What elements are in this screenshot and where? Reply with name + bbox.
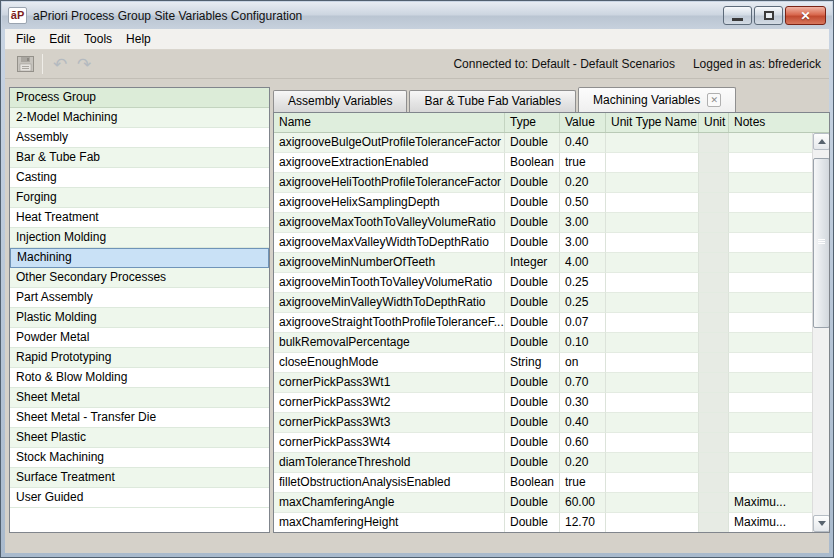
cell-type[interactable]: Double: [505, 493, 560, 513]
cell-type[interactable]: Double: [505, 373, 560, 393]
cell-unit-type-name[interactable]: [606, 333, 699, 353]
cell-type[interactable]: Boolean: [505, 473, 560, 493]
column-header-type[interactable]: Type: [505, 113, 560, 132]
cell-unit-type-name[interactable]: [606, 453, 699, 473]
cell-value[interactable]: 0.30: [560, 393, 606, 413]
cell-type[interactable]: Double: [505, 133, 560, 153]
table-row[interactable]: axigrooveMinValleyWidthToDepthRatioDoubl…: [274, 293, 829, 313]
tab-close-icon[interactable]: ✕: [707, 93, 721, 107]
process-group-item[interactable]: Surface Treatment: [10, 468, 269, 488]
process-group-item[interactable]: Injection Molding: [10, 228, 269, 248]
cell-unit[interactable]: [699, 213, 729, 233]
cell-value[interactable]: 0.20: [560, 173, 606, 193]
cell-unit-type-name[interactable]: [606, 153, 699, 173]
cell-unit-type-name[interactable]: [606, 493, 699, 513]
cell-unit-type-name[interactable]: [606, 213, 699, 233]
cell-unit-type-name[interactable]: [606, 293, 699, 313]
process-group-item[interactable]: Heat Treatment: [10, 208, 269, 228]
tab-assembly-variables[interactable]: Assembly Variables: [273, 90, 407, 112]
cell-value[interactable]: 12.70: [560, 513, 606, 533]
menu-file[interactable]: File: [9, 30, 42, 48]
cell-value[interactable]: 0.25: [560, 293, 606, 313]
cell-value[interactable]: 4.00: [560, 253, 606, 273]
cell-type[interactable]: Double: [505, 393, 560, 413]
table-row[interactable]: axigrooveBulgeOutProfileToleranceFactorD…: [274, 133, 829, 153]
cell-unit[interactable]: [699, 273, 729, 293]
cell-type[interactable]: Double: [505, 333, 560, 353]
cell-unit-type-name[interactable]: [606, 233, 699, 253]
cell-unit-type-name[interactable]: [606, 413, 699, 433]
column-header-name[interactable]: Name: [274, 113, 505, 132]
cell-unit-type-name[interactable]: [606, 473, 699, 493]
process-group-item[interactable]: Casting: [10, 168, 269, 188]
process-group-item[interactable]: User Guided: [10, 488, 269, 508]
cell-name[interactable]: closeEnoughMode: [274, 353, 505, 373]
cell-name[interactable]: cornerPickPass3Wt2: [274, 393, 505, 413]
cell-value[interactable]: 60.00: [560, 493, 606, 513]
process-group-item[interactable]: Forging: [10, 188, 269, 208]
cell-name[interactable]: axigrooveMinNumberOfTeeth: [274, 253, 505, 273]
cell-type[interactable]: Double: [505, 293, 560, 313]
close-button[interactable]: ✕: [785, 6, 826, 25]
cell-unit-type-name[interactable]: [606, 173, 699, 193]
cell-name[interactable]: axigrooveStraightToothProfileToleranceF.…: [274, 313, 505, 333]
cell-name[interactable]: cornerPickPass3Wt3: [274, 413, 505, 433]
minimize-button[interactable]: [723, 6, 752, 25]
table-row[interactable]: maxChamferingAngleDouble60.00Maximu...: [274, 493, 829, 513]
cell-name[interactable]: axigrooveMaxValleyWidthToDepthRatio: [274, 233, 505, 253]
table-row[interactable]: maxChamferingHeightDouble12.70Maximu...: [274, 513, 829, 533]
process-group-item[interactable]: 2-Model Machining: [10, 108, 269, 128]
menu-tools[interactable]: Tools: [77, 30, 119, 48]
cell-name[interactable]: maxChamferingAngle: [274, 493, 505, 513]
cell-name[interactable]: diamToleranceThreshold: [274, 453, 505, 473]
process-group-item[interactable]: Stock Machining: [10, 448, 269, 468]
cell-unit-type-name[interactable]: [606, 393, 699, 413]
cell-type[interactable]: Double: [505, 313, 560, 333]
cell-value[interactable]: 0.20: [560, 453, 606, 473]
cell-type[interactable]: Integer: [505, 253, 560, 273]
cell-name[interactable]: filletObstructionAnalysisEnabled: [274, 473, 505, 493]
cell-unit-type-name[interactable]: [606, 353, 699, 373]
cell-type[interactable]: Double: [505, 433, 560, 453]
cell-type[interactable]: Double: [505, 173, 560, 193]
cell-name[interactable]: axigrooveMaxToothToValleyVolumeRatio: [274, 213, 505, 233]
cell-unit[interactable]: [699, 133, 729, 153]
table-row[interactable]: cornerPickPass3Wt2Double0.30: [274, 393, 829, 413]
redo-button[interactable]: ↷: [72, 53, 96, 75]
process-group-item[interactable]: Part Assembly: [10, 288, 269, 308]
cell-unit[interactable]: [699, 453, 729, 473]
process-group-item[interactable]: Rapid Prototyping: [10, 348, 269, 368]
cell-unit[interactable]: [699, 473, 729, 493]
cell-unit-type-name[interactable]: [606, 373, 699, 393]
cell-unit[interactable]: [699, 413, 729, 433]
table-row[interactable]: axigrooveHeliToothProfileToleranceFactor…: [274, 173, 829, 193]
cell-type[interactable]: Double: [505, 413, 560, 433]
cell-unit-type-name[interactable]: [606, 313, 699, 333]
table-row[interactable]: axigrooveMinNumberOfTeethInteger4.00: [274, 253, 829, 273]
cell-unit[interactable]: [699, 513, 729, 533]
cell-value[interactable]: true: [560, 473, 606, 493]
cell-value[interactable]: 3.00: [560, 213, 606, 233]
cell-unit[interactable]: [699, 153, 729, 173]
table-row[interactable]: axigrooveMaxValleyWidthToDepthRatioDoubl…: [274, 233, 829, 253]
cell-name[interactable]: maxChamferingHeight: [274, 513, 505, 533]
cell-value[interactable]: true: [560, 153, 606, 173]
title-bar[interactable]: āP aPriori Process Group Site Variables …: [2, 2, 832, 29]
cell-unit[interactable]: [699, 393, 729, 413]
cell-type[interactable]: String: [505, 353, 560, 373]
cell-name[interactable]: axigrooveHelixSamplingDepth: [274, 193, 505, 213]
cell-value[interactable]: 0.70: [560, 373, 606, 393]
cell-value[interactable]: 0.07: [560, 313, 606, 333]
cell-unit[interactable]: [699, 433, 729, 453]
cell-unit[interactable]: [699, 293, 729, 313]
cell-unit-type-name[interactable]: [606, 273, 699, 293]
process-group-item[interactable]: Roto & Blow Molding: [10, 368, 269, 388]
cell-name[interactable]: cornerPickPass3Wt1: [274, 373, 505, 393]
scroll-up-button[interactable]: [813, 133, 830, 150]
process-group-item[interactable]: Machining: [10, 248, 269, 268]
column-header-unit[interactable]: Unit: [699, 113, 729, 132]
tab-machining-variables[interactable]: Machining Variables ✕: [578, 87, 736, 112]
table-row[interactable]: axigrooveMinToothToValleyVolumeRatioDoub…: [274, 273, 829, 293]
cell-unit[interactable]: [699, 353, 729, 373]
cell-name[interactable]: axigrooveMinToothToValleyVolumeRatio: [274, 273, 505, 293]
